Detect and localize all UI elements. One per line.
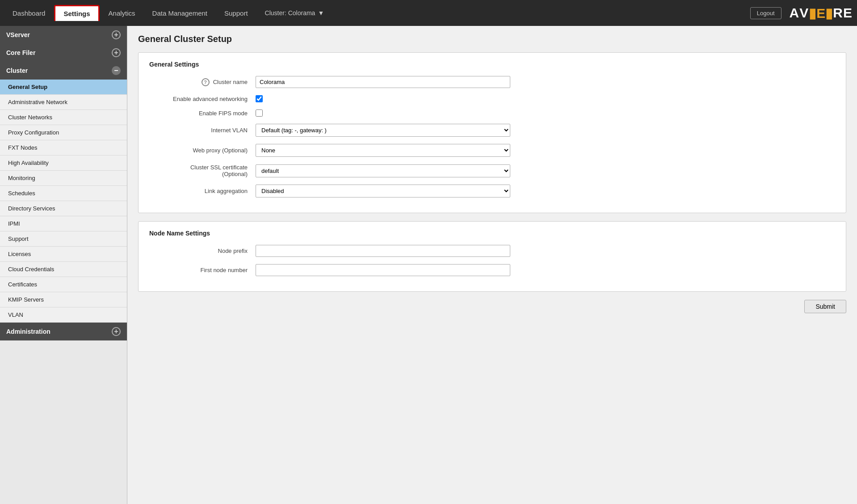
node-name-settings-section: Node Name Settings Node prefix First nod… bbox=[138, 221, 846, 292]
logo-e1: ▮E▮ bbox=[809, 5, 833, 21]
first-node-number-row: First node number bbox=[149, 264, 835, 276]
sidebar-item-vlan[interactable]: VLAN bbox=[0, 307, 127, 323]
page-title: General Cluster Setup bbox=[138, 34, 846, 44]
administration-plus-icon[interactable]: + bbox=[112, 327, 121, 336]
cluster-ssl-row: Cluster SSL certificate (Optional) defau… bbox=[149, 164, 835, 177]
sidebar-section-cluster[interactable]: Cluster − bbox=[0, 62, 127, 80]
cluster-minus-icon[interactable]: − bbox=[112, 66, 121, 75]
vserver-plus-icon[interactable]: + bbox=[112, 30, 121, 39]
enable-fips-row: Enable FIPS mode bbox=[149, 109, 835, 117]
sidebar-item-monitoring[interactable]: Monitoring bbox=[0, 171, 127, 186]
sidebar-item-fxt-nodes[interactable]: FXT Nodes bbox=[0, 140, 127, 155]
cluster-name-row: ? Cluster name bbox=[149, 76, 835, 88]
sidebar-item-certificates[interactable]: Certificates bbox=[0, 277, 127, 292]
node-prefix-input[interactable] bbox=[256, 245, 510, 257]
cluster-ssl-label: Cluster SSL certificate (Optional) bbox=[149, 164, 248, 177]
node-prefix-label: Node prefix bbox=[149, 248, 248, 254]
cluster-ssl-select[interactable]: default bbox=[256, 164, 510, 177]
sidebar-administration-label: Administration bbox=[6, 328, 50, 335]
sidebar-item-ipmi[interactable]: IPMI bbox=[0, 216, 127, 231]
enable-advanced-networking-label: Enable advanced networking bbox=[149, 96, 248, 102]
sidebar-item-kmip-servers[interactable]: KMIP Servers bbox=[0, 292, 127, 307]
tab-analytics[interactable]: Analytics bbox=[101, 6, 143, 21]
cluster-selector-label: Cluster: Colorama bbox=[265, 9, 315, 17]
sidebar-item-directory-services[interactable]: Directory Services bbox=[0, 201, 127, 216]
web-proxy-row: Web proxy (Optional) None bbox=[149, 144, 835, 157]
enable-advanced-networking-checkbox[interactable] bbox=[256, 95, 263, 102]
nav-tabs: Dashboard Settings Analytics Data Manage… bbox=[4, 5, 324, 21]
internet-vlan-select[interactable]: Default (tag: -, gateway: ) bbox=[256, 124, 510, 137]
web-proxy-select[interactable]: None bbox=[256, 144, 510, 157]
sidebar-item-schedules[interactable]: Schedules bbox=[0, 186, 127, 201]
link-aggregation-row: Link aggregation Disabled bbox=[149, 185, 835, 197]
cluster-dropdown-icon[interactable]: ▼ bbox=[318, 9, 324, 17]
first-node-number-input[interactable] bbox=[256, 264, 510, 276]
avere-logo: Logout A V ▮E▮ R E bbox=[750, 5, 853, 21]
tab-settings[interactable]: Settings bbox=[54, 5, 99, 21]
cluster-selector[interactable]: Cluster: Colorama ▼ bbox=[265, 9, 324, 17]
sidebar-item-licenses[interactable]: Licenses bbox=[0, 247, 127, 262]
web-proxy-label: Web proxy (Optional) bbox=[149, 147, 248, 154]
first-node-number-label: First node number bbox=[149, 267, 248, 273]
logo-a: A bbox=[790, 5, 800, 21]
topbar: Dashboard Settings Analytics Data Manage… bbox=[0, 0, 857, 26]
tab-data-management[interactable]: Data Management bbox=[144, 6, 215, 21]
node-name-settings-title: Node Name Settings bbox=[149, 230, 835, 237]
logo-v: V bbox=[799, 5, 809, 21]
sidebar-section-core-filer[interactable]: Core Filer + bbox=[0, 44, 127, 62]
sidebar-item-support[interactable]: Support bbox=[0, 231, 127, 247]
enable-fips-label: Enable FIPS mode bbox=[149, 110, 248, 117]
general-settings-section: General Settings ? Cluster name Enable a… bbox=[138, 52, 846, 213]
cluster-name-label: ? Cluster name bbox=[149, 78, 248, 86]
sidebar-item-high-availability[interactable]: High Availability bbox=[0, 155, 127, 171]
layout: VServer + Core Filer + Cluster − General… bbox=[0, 26, 857, 504]
main-content: General Cluster Setup General Settings ?… bbox=[127, 26, 857, 504]
link-aggregation-label: Link aggregation bbox=[149, 188, 248, 194]
tab-dashboard[interactable]: Dashboard bbox=[4, 6, 53, 21]
cluster-name-help-icon[interactable]: ? bbox=[202, 78, 210, 86]
sidebar-corefiler-label: Core Filer bbox=[6, 49, 35, 56]
internet-vlan-label: Internet VLAN bbox=[149, 127, 248, 134]
logout-button[interactable]: Logout bbox=[750, 7, 781, 19]
sidebar: VServer + Core Filer + Cluster − General… bbox=[0, 26, 127, 504]
internet-vlan-row: Internet VLAN Default (tag: -, gateway: … bbox=[149, 124, 835, 137]
sidebar-item-general-setup[interactable]: General Setup bbox=[0, 80, 127, 95]
sidebar-item-cluster-networks[interactable]: Cluster Networks bbox=[0, 110, 127, 125]
core-filer-plus-icon[interactable]: + bbox=[112, 48, 121, 57]
submit-button[interactable]: Submit bbox=[804, 300, 846, 313]
sidebar-item-proxy-configuration[interactable]: Proxy Configuration bbox=[0, 125, 127, 140]
cluster-name-input[interactable] bbox=[256, 76, 510, 88]
general-settings-title: General Settings bbox=[149, 61, 835, 68]
enable-fips-checkbox[interactable] bbox=[256, 109, 263, 117]
enable-advanced-networking-row: Enable advanced networking bbox=[149, 95, 835, 102]
link-aggregation-select[interactable]: Disabled bbox=[256, 185, 510, 197]
logo-r: R bbox=[833, 5, 843, 21]
sidebar-section-administration[interactable]: Administration + bbox=[0, 323, 127, 340]
sidebar-section-vserver[interactable]: VServer + bbox=[0, 26, 127, 44]
logo-e2: E bbox=[843, 5, 853, 21]
submit-row: Submit bbox=[138, 300, 846, 313]
sidebar-cluster-label: Cluster bbox=[6, 67, 28, 74]
sidebar-item-administrative-network[interactable]: Administrative Network bbox=[0, 95, 127, 110]
sidebar-item-cloud-credentials[interactable]: Cloud Credentials bbox=[0, 262, 127, 277]
node-prefix-row: Node prefix bbox=[149, 245, 835, 257]
tab-support[interactable]: Support bbox=[216, 6, 256, 21]
logo-bar: A V ▮E▮ R E bbox=[790, 5, 853, 21]
sidebar-vserver-label: VServer bbox=[6, 31, 30, 38]
